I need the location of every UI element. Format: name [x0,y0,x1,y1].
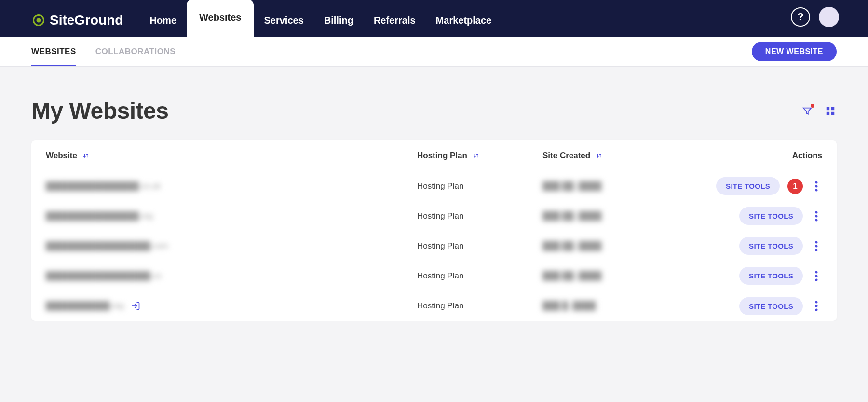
created-date: ███ ██, ████ [542,271,602,280]
main-nav: Home Websites Services Billing Referrals… [139,0,502,37]
nav-services[interactable]: Services [254,4,313,37]
website-name[interactable]: ███████████.org [46,301,124,311]
col-created[interactable]: Site Created [542,151,668,161]
svg-rect-4 [827,111,829,114]
websites-table: Website Hosting Plan Site Created Action… [31,140,837,321]
nav-billing[interactable]: Billing [314,4,364,37]
filter-button[interactable] [801,105,814,117]
tab-websites[interactable]: WEBSITES [31,37,76,66]
col-created-label: Site Created [542,151,590,161]
cell-created: ███ ██, ████ [542,271,668,281]
kebab-icon [815,211,818,222]
svg-rect-5 [831,111,834,114]
subnav-tabs: WEBSITES COLLABORATIONS [31,37,176,66]
cell-website: ████████████████.org [46,211,417,221]
website-name[interactable]: ████████████████.org [46,211,153,221]
table-row: ████████████████.orgHosting Plan███ ██, … [31,201,837,231]
svg-point-9 [815,211,818,213]
col-plan[interactable]: Hosting Plan [417,151,542,161]
website-name[interactable]: ██████████████████.co [46,271,161,281]
cell-plan: Hosting Plan [417,181,542,191]
avatar[interactable] [819,7,839,27]
table-row: ██████████████████.coHosting Plan███ ██,… [31,261,837,291]
table-row: ██████████████████.comHosting Plan███ ██… [31,231,837,261]
help-button[interactable]: ? [791,7,810,27]
site-tools-button[interactable]: SITE TOOLS [739,207,803,225]
more-actions-button[interactable] [811,241,822,251]
cell-created: ███ ██, ████ [542,241,668,251]
table-header: Website Hosting Plan Site Created Action… [31,140,837,171]
cell-actions: SITE TOOLS [668,237,822,255]
new-website-button[interactable]: NEW WEBSITE [752,42,837,61]
sort-icon [82,152,90,160]
grid-view-button[interactable] [824,105,837,117]
created-date: ███ ██, ████ [542,181,602,191]
svg-point-19 [815,305,818,307]
page: My Websites Website Hosting Plan Site Cr… [0,67,868,321]
svg-point-6 [815,181,818,183]
kebab-icon [815,271,818,281]
col-website[interactable]: Website [46,151,417,161]
brand-name: SiteGround [50,13,123,28]
site-tools-button[interactable]: SITE TOOLS [739,267,803,285]
more-actions-button[interactable] [811,211,822,222]
more-actions-button[interactable] [811,271,822,281]
table-row: ████████████████.co.ukHosting Plan███ ██… [31,171,837,201]
kebab-icon [815,181,818,192]
cell-website: ███████████.org [46,301,417,311]
annotation-badge: 1 [787,179,803,194]
grid-icon [825,106,836,116]
cell-plan: Hosting Plan [417,211,542,221]
created-date: ███ ██, ████ [542,211,602,221]
created-date: ███ ██, ████ [542,241,602,250]
col-website-label: Website [46,151,77,161]
brand-logo[interactable]: SiteGround [31,13,123,37]
page-title: My Websites [31,97,168,124]
table-body: ████████████████.co.ukHosting Plan███ ██… [31,171,837,321]
cell-plan: Hosting Plan [417,241,542,251]
svg-point-8 [815,189,818,191]
svg-point-12 [815,241,818,243]
tab-collaborations[interactable]: COLLABORATIONS [95,37,176,66]
nav-marketplace[interactable]: Marketplace [426,4,502,37]
cell-actions: SITE TOOLS [668,267,822,285]
svg-rect-3 [831,107,834,110]
cell-website: ████████████████.co.uk [46,181,417,191]
top-nav: SiteGround Home Websites Services Billin… [0,0,868,37]
cell-website: ██████████████████.com [46,241,417,251]
site-tools-button[interactable]: SITE TOOLS [716,177,780,195]
sort-icon [595,152,603,160]
more-actions-button[interactable] [811,181,822,192]
website-name[interactable]: ██████████████████.com [46,241,168,251]
wp-login-button[interactable] [131,301,140,311]
more-actions-button[interactable] [811,301,822,311]
cell-created: ███ █, ████ [542,301,668,311]
nav-websites[interactable]: Websites [187,0,254,37]
created-date: ███ █, ████ [542,301,596,310]
sub-nav: WEBSITES COLLABORATIONS NEW WEBSITE [0,37,868,67]
svg-point-1 [37,18,41,23]
kebab-icon [815,301,818,311]
login-icon [131,301,140,311]
page-header: My Websites [31,97,837,124]
cell-actions: SITE TOOLS [668,297,822,315]
nav-home[interactable]: Home [139,4,187,37]
kebab-icon [815,241,818,251]
cell-plan: Hosting Plan [417,271,542,281]
svg-point-14 [815,249,818,251]
cell-created: ███ ██, ████ [542,181,668,191]
logo-icon [31,13,46,28]
website-name[interactable]: ████████████████.co.uk [46,181,161,191]
col-actions: Actions [668,151,822,161]
svg-point-10 [815,215,818,217]
svg-rect-2 [827,107,829,110]
site-tools-button[interactable]: SITE TOOLS [739,237,803,255]
col-actions-label: Actions [792,151,822,161]
svg-point-16 [815,275,818,277]
nav-referrals[interactable]: Referrals [364,4,426,37]
svg-point-13 [815,245,818,247]
svg-point-7 [815,185,818,187]
svg-point-15 [815,271,818,273]
site-tools-button[interactable]: SITE TOOLS [739,297,803,315]
svg-point-11 [815,219,818,221]
